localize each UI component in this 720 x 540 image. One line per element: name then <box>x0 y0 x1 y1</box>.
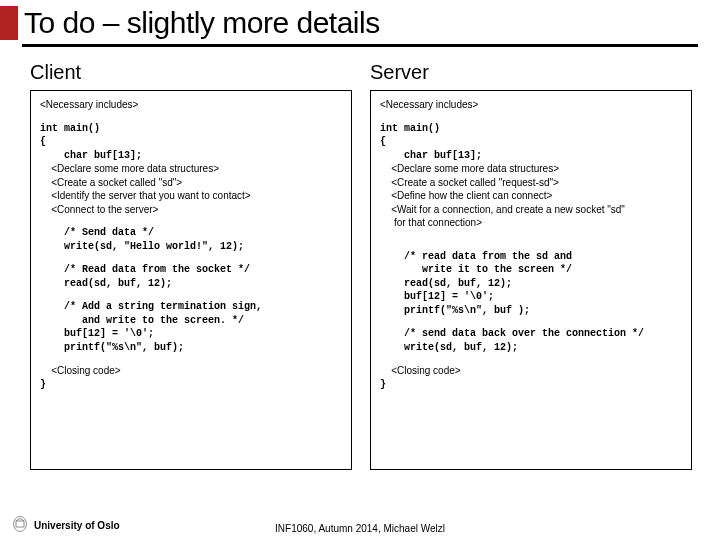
client-column: Client <Necessary includes> int main() {… <box>30 61 352 470</box>
server-code-box: <Necessary includes> int main() { char b… <box>370 90 692 470</box>
client-code-box: <Necessary includes> int main() { char b… <box>30 90 352 470</box>
footer-center: INF1060, Autumn 2014, Michael Welzl <box>275 523 445 534</box>
footer-left: University of Oslo <box>12 516 120 534</box>
server-closing: <Closing code> <box>380 364 682 378</box>
client-send-comment: /* Send data */ <box>40 226 342 240</box>
server-read: read(sd, buf, 12); <box>380 277 682 291</box>
client-closing: <Closing code> <box>40 364 342 378</box>
client-buf-decl: char buf[13]; <box>40 149 342 163</box>
client-declare: <Declare some more data structures> <box>40 162 342 176</box>
client-brace-close: } <box>40 378 342 392</box>
title-accent-block <box>0 6 18 40</box>
client-includes: <Necessary includes> <box>40 98 342 112</box>
server-brace-close: } <box>380 378 682 392</box>
client-write: write(sd, "Hello world!", 12); <box>40 240 342 254</box>
slide: To do – slightly more details Client <Ne… <box>0 0 720 540</box>
client-create-socket: <Create a socket called "sd"> <box>40 176 342 190</box>
client-buf-term: buf[12] = '\0'; <box>40 327 342 341</box>
client-term-comment-2: and write to the screen. */ <box>40 314 342 328</box>
server-buf-decl: char buf[13]; <box>380 149 682 163</box>
server-declare: <Declare some more data structures> <box>380 162 682 176</box>
client-term-comment-1: /* Add a string termination sign, <box>40 300 342 314</box>
server-header: Server <box>370 61 692 84</box>
svg-rect-1 <box>16 521 24 527</box>
client-read: read(sd, buf, 12); <box>40 277 342 291</box>
client-printf: printf("%s\n", buf); <box>40 341 342 355</box>
server-define-connect: <Define how the client can connect> <box>380 189 682 203</box>
university-crest-icon <box>12 516 28 534</box>
server-brace-open: { <box>380 135 682 149</box>
client-main-decl: int main() <box>40 122 342 136</box>
title-bar: To do – slightly more details <box>0 0 720 44</box>
server-read-comment-1: /* read data from the sd and <box>380 250 682 264</box>
server-main-decl: int main() <box>380 122 682 136</box>
client-brace-open: { <box>40 135 342 149</box>
server-column: Server <Necessary includes> int main() {… <box>370 61 692 470</box>
server-includes: <Necessary includes> <box>380 98 682 112</box>
server-buf-term: buf[12] = '\0'; <box>380 290 682 304</box>
client-connect: <Connect to the server> <box>40 203 342 217</box>
server-write: write(sd, buf, 12); <box>380 341 682 355</box>
content-area: Client <Necessary includes> int main() {… <box>0 47 720 470</box>
slide-title: To do – slightly more details <box>24 6 380 40</box>
client-header: Client <box>30 61 352 84</box>
slide-footer: University of Oslo INF1060, Autumn 2014,… <box>0 516 720 534</box>
server-send-comment: /* send data back over the connection */ <box>380 327 682 341</box>
server-read-comment-2: write it to the screen */ <box>380 263 682 277</box>
server-printf: printf("%s\n", buf ); <box>380 304 682 318</box>
server-wait-2: for that connection> <box>380 216 682 230</box>
client-identify-server: <Identify the server that you want to co… <box>40 189 342 203</box>
footer-org: University of Oslo <box>34 520 120 531</box>
server-wait-1: <Wait for a connection, and create a new… <box>380 203 682 217</box>
client-read-comment: /* Read data from the socket */ <box>40 263 342 277</box>
server-create-socket: <Create a socket called "request-sd"> <box>380 176 682 190</box>
